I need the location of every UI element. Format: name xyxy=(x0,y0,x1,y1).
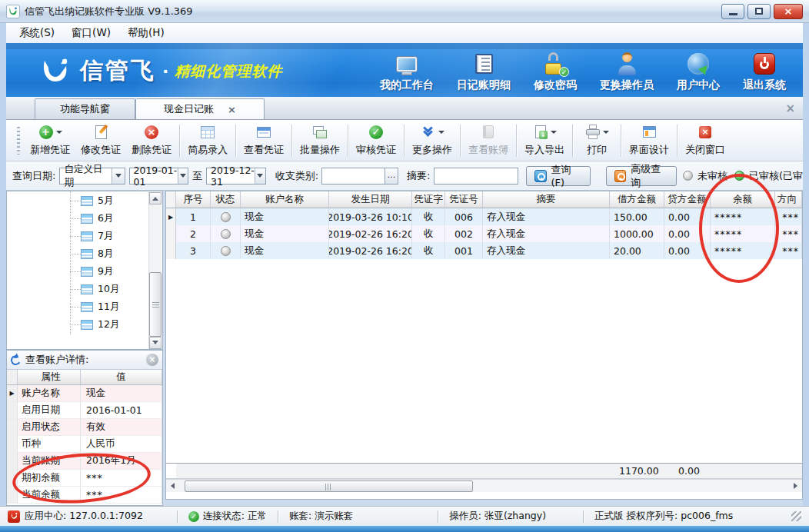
chevron-down-icon[interactable] xyxy=(255,168,265,184)
tab-cash-journal[interactable]: 现金日记账 × xyxy=(135,98,265,119)
col-voucher-no[interactable]: 凭证号 xyxy=(445,191,483,208)
col-debit[interactable]: 借方金额 xyxy=(610,191,664,208)
brand-logo: 信管飞 · 精细化管理软件 xyxy=(38,55,282,87)
col-status[interactable]: 状态 xyxy=(211,191,241,208)
col-summary[interactable]: 摘要 xyxy=(483,191,610,208)
col-seq[interactable]: 序号 xyxy=(176,191,211,208)
date-from-select[interactable]: 2019-01-01 xyxy=(129,168,189,185)
tree-scrollbar[interactable] xyxy=(148,192,161,349)
refresh-icon[interactable] xyxy=(10,354,22,366)
restore-button[interactable] xyxy=(747,4,771,19)
query-button[interactable]: 查询(F) xyxy=(526,166,591,186)
grid-row-1[interactable]: ▶ 1 现金 2019-03-26 10:10 收 006 存入现金 150.0… xyxy=(166,208,802,225)
tree-item-october[interactable]: 10月 xyxy=(70,281,119,297)
resize-grip[interactable] xyxy=(791,511,801,521)
detail-row[interactable]: ▶ 账户名称 现金 xyxy=(7,385,162,402)
dropdown-arrow-icon[interactable] xyxy=(438,131,444,137)
toolbar-more-ops[interactable]: 更多操作 xyxy=(407,122,458,159)
col-direction[interactable]: 方向 xyxy=(775,191,802,208)
detail-row[interactable]: 当前账期 2016年1月 xyxy=(7,453,162,470)
detail-row[interactable]: 币种 人民币 xyxy=(7,436,162,453)
toolbar-import-export[interactable]: ↓ 导入导出 xyxy=(519,122,570,159)
toolbar-ui-design[interactable]: 界面设计 xyxy=(624,122,674,159)
date-mode-select[interactable]: 自定义日期 xyxy=(59,168,125,185)
col-credit[interactable]: 贷方金额 xyxy=(664,191,711,208)
banner-action-switch-operator[interactable]: 更换操作员 xyxy=(600,52,654,92)
menu-system[interactable]: 系统(S) xyxy=(11,24,63,42)
tree-item-december[interactable]: 12月 xyxy=(70,317,119,332)
tree-item-may[interactable]: 5月 xyxy=(70,193,113,208)
add-voucher-icon: + xyxy=(38,125,54,140)
banner-actions: 我的工作台 日记账明细 ✓ 修改密码 更换操作员 用户中心 退出系统 xyxy=(380,52,786,92)
query-date-label: 查询日期: xyxy=(12,169,55,183)
tab-function-nav[interactable]: 功能导航窗 xyxy=(35,98,135,119)
import-export-icon: ↓ xyxy=(533,125,548,140)
toolbar-add-voucher[interactable]: + 新增凭证 xyxy=(25,122,75,159)
toolbar-batch-ops[interactable]: 批量操作 xyxy=(295,122,345,159)
dropdown-arrow-icon[interactable] xyxy=(56,131,62,137)
toolbar-print[interactable]: 打印 xyxy=(575,122,618,159)
col-voucher-word[interactable]: 凭证字 xyxy=(412,191,445,208)
category-input[interactable] xyxy=(321,168,385,185)
detail-row[interactable]: 启用状态 有效 xyxy=(7,419,162,436)
advanced-query-button[interactable]: 高级查询 xyxy=(606,166,677,186)
close-window-icon: × xyxy=(697,125,713,140)
toolbar-edit-voucher[interactable]: 修改凭证 xyxy=(75,122,126,159)
toolbar-close-window[interactable]: × 关闭窗口 xyxy=(680,122,731,159)
toolbar-separator xyxy=(572,125,573,157)
toolbar-separator xyxy=(404,125,404,157)
summary-input[interactable] xyxy=(434,168,518,185)
banner-action-exit[interactable]: 退出系统 xyxy=(743,52,786,92)
tree-item-september[interactable]: 9月 xyxy=(70,264,113,279)
detail-row-current-balance[interactable]: 当前余额 *** xyxy=(7,487,162,504)
banner-action-workbench[interactable]: 我的工作台 xyxy=(380,52,434,92)
grid-row-3[interactable]: 3 现金 2019-02-26 16:20 收 001 存入现金 20.00 0… xyxy=(166,242,802,259)
tree-scrollbar-thumb[interactable] xyxy=(149,272,161,337)
panel-close-icon[interactable]: × xyxy=(785,101,795,115)
date-to-select[interactable]: 2019-12-31 xyxy=(206,168,266,185)
col-account[interactable]: 账户名称 xyxy=(241,191,329,208)
col-balance[interactable]: 余额 xyxy=(711,191,775,208)
menu-help[interactable]: 帮助(H) xyxy=(119,24,173,42)
monitor-icon xyxy=(395,52,419,75)
banner-action-user-center[interactable]: 用户中心 xyxy=(677,52,720,92)
toolbar-audit-voucher[interactable]: ✓ 审核凭证 xyxy=(351,122,401,159)
brand-banner: 信管飞 · 精细化管理软件 我的工作台 日记账明细 ✓ 修改密码 更换操作员 xyxy=(6,43,803,97)
scroll-left-icon[interactable] xyxy=(166,480,178,492)
dropdown-arrow-icon[interactable] xyxy=(551,131,557,137)
account-detail-title: 查看账户详情: xyxy=(25,353,88,367)
chevron-down-icon[interactable] xyxy=(178,168,188,184)
toolbar-delete-voucher[interactable]: × 删除凭证 xyxy=(126,122,177,159)
scroll-up-icon[interactable] xyxy=(149,192,161,204)
detail-row[interactable]: 启用日期 2016-01-01 xyxy=(7,402,162,419)
minimize-button[interactable] xyxy=(721,4,744,19)
chevron-down-icon[interactable] xyxy=(112,168,125,184)
col-date[interactable]: 发生日期 xyxy=(329,191,412,208)
dropdown-arrow-icon[interactable] xyxy=(603,131,609,137)
toolbar-quick-entry[interactable]: 简易录入 xyxy=(182,122,233,159)
audit-voucher-icon: ✓ xyxy=(368,125,384,140)
tree-item-june[interactable]: 6月 xyxy=(70,211,113,226)
status-separator xyxy=(278,510,278,523)
toolbar-view-voucher[interactable]: 查看凭证 xyxy=(238,122,289,159)
banner-action-change-password[interactable]: ✓ 修改密码 xyxy=(534,52,577,92)
total-credit: 0.00 xyxy=(664,464,711,478)
detail-row-opening-balance[interactable]: 期初余额 *** xyxy=(7,470,162,487)
scroll-down-icon[interactable] xyxy=(149,337,161,349)
banner-action-journal-detail[interactable]: 日记账明细 xyxy=(457,52,511,92)
tree-item-july[interactable]: 7月 xyxy=(70,228,113,244)
grid-hscrollbar-thumb[interactable] xyxy=(185,480,473,492)
window-title: 信管飞出纳记账软件专业版 V9.1.369 xyxy=(25,5,193,18)
grid-hscrollbar[interactable] xyxy=(166,479,802,492)
journal-grid: 序号 状态 账户名称 发生日期 凭证字 凭证号 摘要 借方金额 贷方金额 余额 … xyxy=(165,191,803,500)
tab-close-icon[interactable]: × xyxy=(228,104,236,115)
close-button[interactable]: × xyxy=(774,4,803,19)
tree-item-august[interactable]: 8月 xyxy=(70,246,113,261)
grid-row-2[interactable]: 2 现金 2019-02-26 16:20 收 002 存入现金 1000.00… xyxy=(166,225,802,242)
category-picker-button[interactable]: … xyxy=(385,168,398,185)
scroll-right-icon[interactable] xyxy=(790,480,802,492)
toolbar-grip[interactable] xyxy=(17,127,20,155)
menu-window[interactable]: 窗口(W) xyxy=(63,24,119,42)
tree-item-november[interactable]: 11月 xyxy=(70,299,119,314)
detail-close-icon[interactable]: × xyxy=(146,354,158,366)
